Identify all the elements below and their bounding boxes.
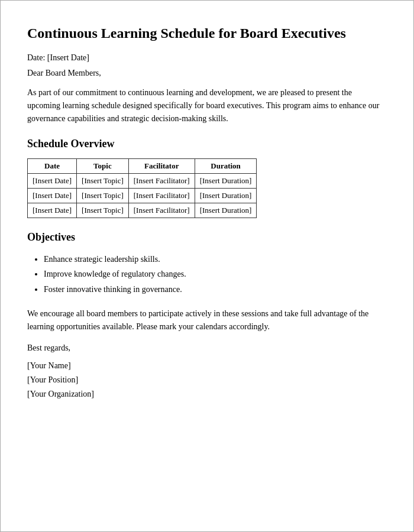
table-cell: [Insert Duration] — [195, 174, 257, 189]
col-date: Date — [28, 159, 77, 174]
col-topic: Topic — [77, 159, 129, 174]
signature-name: [Your Name] — [27, 359, 387, 373]
table-cell: [Insert Duration] — [195, 189, 257, 203]
greeting: Dear Board Members, — [27, 69, 387, 78]
table-cell: [Insert Facilitator] — [128, 189, 195, 203]
table-cell: [Insert Duration] — [195, 203, 257, 218]
closing-paragraph: We encourage all board members to partic… — [27, 307, 387, 333]
signature-organization: [Your Organization] — [27, 387, 387, 401]
table-cell: [Insert Topic] — [77, 174, 129, 189]
regards: Best regards, — [27, 343, 387, 353]
col-facilitator: Facilitator — [128, 159, 195, 174]
table-header-row: Date Topic Facilitator Duration — [28, 159, 257, 174]
table-row: [Insert Date][Insert Topic][Insert Facil… — [28, 189, 257, 203]
table-cell: [Insert Topic] — [77, 203, 129, 218]
date-line: Date: [Insert Date] — [27, 53, 387, 63]
schedule-heading: Schedule Overview — [27, 138, 387, 150]
objectives-list: Enhance strategic leadership skills.Impr… — [27, 252, 387, 297]
table-cell: [Insert Date] — [28, 203, 77, 218]
table-cell: [Insert Date] — [28, 174, 77, 189]
document-title: Continuous Learning Schedule for Board E… — [27, 24, 387, 43]
signature-position: [Your Position] — [27, 373, 387, 387]
col-duration: Duration — [195, 159, 257, 174]
table-row: [Insert Date][Insert Topic][Insert Facil… — [28, 174, 257, 189]
table-cell: [Insert Facilitator] — [128, 174, 195, 189]
objective-item: Enhance strategic leadership skills. — [44, 252, 387, 267]
objectives-heading: Objectives — [27, 231, 387, 244]
signature-block: [Your Name] [Your Position] [Your Organi… — [27, 359, 387, 401]
table-cell: [Insert Date] — [28, 189, 77, 203]
table-cell: [Insert Facilitator] — [128, 203, 195, 218]
intro-paragraph: As part of our commitment to continuous … — [27, 86, 387, 125]
objective-item: Improve knowledge of regulatory changes. — [44, 267, 387, 281]
schedule-table: Date Topic Facilitator Duration [Insert … — [27, 158, 257, 218]
table-cell: [Insert Topic] — [77, 189, 129, 203]
table-row: [Insert Date][Insert Topic][Insert Facil… — [28, 203, 257, 218]
objective-item: Foster innovative thinking in governance… — [44, 282, 387, 297]
document-page: Continuous Learning Schedule for Board E… — [0, 0, 414, 532]
